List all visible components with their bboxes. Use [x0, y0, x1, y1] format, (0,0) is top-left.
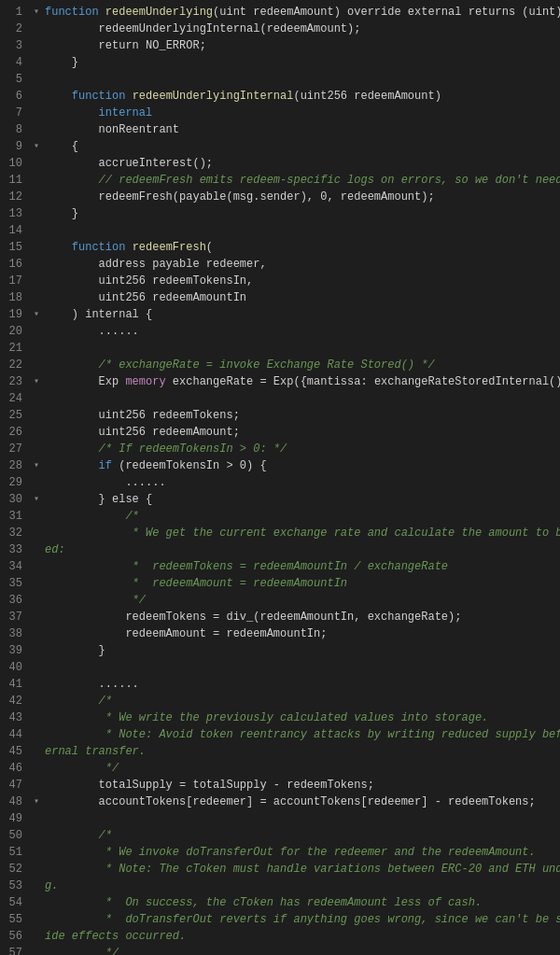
code-line: 24	[0, 390, 560, 407]
code-content: if (redeemTokensIn > 0) {	[43, 457, 560, 474]
token: * We invoke doTransferOut for the redeem…	[45, 846, 536, 859]
token: totalSupply = totalSupply - redeemTokens…	[45, 779, 374, 792]
line-number: 17	[0, 273, 30, 289]
code-content: ) internal {	[43, 306, 560, 323]
token: function	[45, 6, 105, 19]
code-content: ide effects occurred.	[43, 928, 560, 945]
code-line: 3 return NO_ERROR;	[0, 37, 560, 54]
line-number: 3	[0, 37, 30, 54]
token: /*	[45, 695, 112, 708]
token: */	[45, 947, 119, 955]
token: (uint256 redeemAmount)	[293, 90, 441, 103]
line-number: 28	[0, 457, 30, 474]
code-line: 43 * We write the previously calculated …	[0, 709, 560, 726]
code-line: 23▾ Exp memory exchangeRate = Exp({manti…	[0, 373, 560, 390]
token: we don't need to	[475, 174, 560, 187]
line-number: 23	[0, 373, 30, 390]
code-line: 45 ernal transfer.	[0, 743, 560, 760]
token: * redeemAmount = redeemAmountIn	[45, 577, 347, 590]
code-line: 12 redeemFresh(payable(msg.sender), 0, r…	[0, 189, 560, 205]
code-line: 57 */	[0, 945, 560, 955]
token: */	[45, 594, 146, 607]
line-number: 31	[0, 508, 30, 525]
code-line: 27 /* If redeemTokensIn > 0: */	[0, 441, 560, 457]
token: /*	[45, 829, 112, 842]
line-number: 35	[0, 575, 30, 592]
fold-arrow[interactable]: ▾	[30, 138, 43, 155]
code-content: uint256 redeemAmountIn	[43, 289, 560, 306]
code-content: ernal transfer.	[43, 743, 560, 760]
code-line: 37 redeemTokens = div_(redeemAmountIn, e…	[0, 609, 560, 625]
token: NO_ERROR	[146, 39, 200, 52]
code-line: 53 g.	[0, 878, 560, 894]
code-content: * Note: The cToken must handle variation…	[43, 861, 560, 878]
line-number: 43	[0, 709, 30, 726]
token: * We write the previously calculated val…	[45, 711, 488, 724]
code-line: 55 * doTransferOut reverts if anything g…	[0, 911, 560, 928]
line-number: 57	[0, 945, 30, 955]
fold-arrow[interactable]: ▾	[30, 491, 43, 508]
line-number: 30	[0, 491, 30, 508]
code-line: 34 * redeemTokens = redeemAmountIn / exc…	[0, 558, 560, 575]
token	[45, 442, 99, 456]
code-line: 31 /*	[0, 508, 560, 525]
line-number: 16	[0, 256, 30, 273]
line-number: 11	[0, 172, 30, 189]
line-number: 36	[0, 592, 30, 609]
code-line: 17 uint256 redeemTokensIn,	[0, 273, 560, 289]
code-content: ed:	[43, 541, 560, 558]
line-number: 18	[0, 289, 30, 306]
token: redeemAmount = redeemAmountIn;	[45, 627, 327, 640]
fold-arrow[interactable]: ▾	[30, 306, 43, 323]
fold-arrow[interactable]: ▾	[30, 793, 43, 810]
code-line: 18 uint256 redeemAmountIn	[0, 289, 560, 306]
token: * On success, the cToken has redeemAmoun…	[45, 896, 482, 909]
token: */	[45, 762, 119, 775]
token: uint256 redeemTokensIn,	[45, 274, 253, 288]
token: internal	[45, 106, 152, 119]
token: Exp	[45, 375, 125, 388]
code-content: /*	[43, 693, 560, 709]
code-line: 6 function redeemUnderlyingInternal(uint…	[0, 88, 560, 105]
token	[45, 358, 99, 372]
code-content: function redeemFresh(	[43, 239, 560, 256]
code-content: internal	[43, 105, 560, 121]
token: (redeemTokensIn > 0) {	[119, 459, 266, 472]
line-number: 49	[0, 810, 30, 827]
token: redeemFresh(payable(msg.sender), 0, rede…	[45, 190, 435, 204]
token: }	[45, 56, 78, 69]
code-line: 40	[0, 659, 560, 676]
code-content: /* If redeemTokensIn > 0: */	[43, 441, 560, 457]
fold-arrow[interactable]: ▾	[30, 457, 43, 474]
code-content: uint256 redeemAmount;	[43, 424, 560, 441]
code-line: 29 ......	[0, 474, 560, 491]
fold-arrow[interactable]: ▾	[30, 373, 43, 390]
code-line: 32 * We get the current exchange rate an…	[0, 525, 560, 541]
code-content: /* exchangeRate = invoke Exchange Rate S…	[43, 357, 560, 373]
line-number: 39	[0, 642, 30, 659]
token: * We get the current exchange rate and c…	[45, 527, 560, 540]
code-line: 33 ed:	[0, 541, 560, 558]
token: accountTokens[redeemer] = accountTokens[…	[45, 795, 536, 808]
code-line: 50 /*	[0, 827, 560, 844]
token: return	[45, 39, 146, 52]
token: redeemUnderlying	[105, 6, 213, 19]
token: uint256 redeemTokens;	[45, 409, 240, 422]
code-content: Exp memory exchangeRate = Exp({mantissa:…	[43, 373, 560, 390]
line-number: 44	[0, 726, 30, 743]
fold-arrow[interactable]: ▾	[30, 4, 43, 21]
code-content: function redeemUnderlying(uint redeemAmo…	[43, 4, 560, 21]
code-line: 22 /* exchangeRate = invoke Exchange Rat…	[0, 357, 560, 373]
code-line: 47 totalSupply = totalSupply - redeemTok…	[0, 777, 560, 793]
code-line: 30▾ } else {	[0, 491, 560, 508]
line-number: 40	[0, 659, 30, 676]
code-content: redeemFresh(payable(msg.sender), 0, rede…	[43, 189, 560, 205]
code-editor: 1▾function redeemUnderlying(uint redeemA…	[0, 0, 560, 955]
token: g.	[45, 879, 58, 892]
code-content: totalSupply = totalSupply - redeemTokens…	[43, 777, 560, 793]
line-number: 2	[0, 21, 30, 37]
code-content: accrueInterest();	[43, 155, 560, 172]
code-line: 8 nonReentrant	[0, 121, 560, 138]
line-number: 25	[0, 407, 30, 424]
line-number: 1	[0, 4, 30, 21]
